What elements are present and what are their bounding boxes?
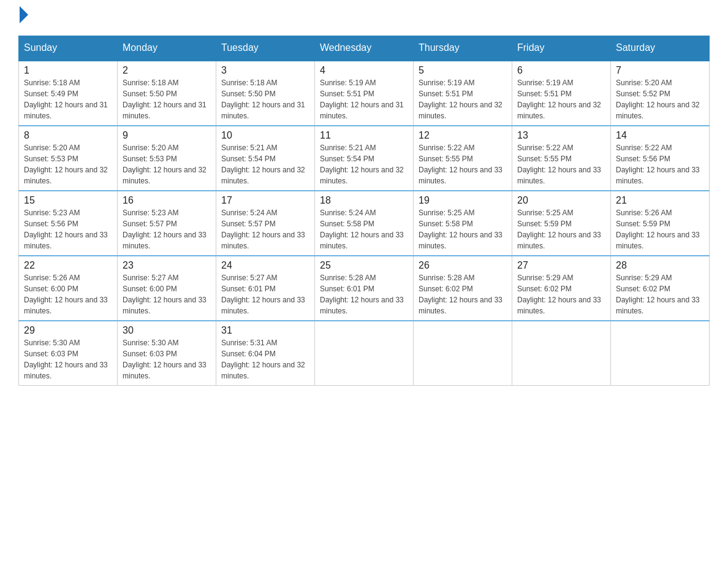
calendar-week-row: 22 Sunrise: 5:26 AMSunset: 6:00 PMDaylig… <box>19 256 710 321</box>
calendar-cell: 29 Sunrise: 5:30 AMSunset: 6:03 PMDaylig… <box>19 321 118 386</box>
day-info: Sunrise: 5:30 AMSunset: 6:03 PMDaylight:… <box>123 339 207 380</box>
weekday-header-sunday: Sunday <box>19 36 118 61</box>
calendar-cell: 3 Sunrise: 5:18 AMSunset: 5:50 PMDayligh… <box>216 61 315 126</box>
weekday-header-row: SundayMondayTuesdayWednesdayThursdayFrid… <box>19 36 710 61</box>
day-number: 25 <box>320 260 408 271</box>
day-info: Sunrise: 5:31 AMSunset: 6:04 PMDaylight:… <box>221 339 305 380</box>
calendar-cell: 13 Sunrise: 5:22 AMSunset: 5:55 PMDaylig… <box>512 126 611 191</box>
calendar-week-row: 8 Sunrise: 5:20 AMSunset: 5:53 PMDayligh… <box>19 126 710 191</box>
day-number: 3 <box>221 65 309 76</box>
weekday-header-tuesday: Tuesday <box>216 36 315 61</box>
day-number: 22 <box>24 260 112 271</box>
logo <box>18 12 28 23</box>
calendar-cell <box>315 321 414 386</box>
calendar-cell <box>611 321 710 386</box>
calendar-week-row: 1 Sunrise: 5:18 AMSunset: 5:49 PMDayligh… <box>19 61 710 126</box>
calendar-table: SundayMondayTuesdayWednesdayThursdayFrid… <box>18 36 710 386</box>
calendar-cell: 19 Sunrise: 5:25 AMSunset: 5:58 PMDaylig… <box>414 191 512 256</box>
day-info: Sunrise: 5:27 AMSunset: 6:00 PMDaylight:… <box>123 274 207 315</box>
day-info: Sunrise: 5:20 AMSunset: 5:52 PMDaylight:… <box>616 79 700 120</box>
calendar-cell: 11 Sunrise: 5:21 AMSunset: 5:54 PMDaylig… <box>315 126 414 191</box>
day-number: 10 <box>221 130 309 141</box>
calendar-cell: 18 Sunrise: 5:24 AMSunset: 5:58 PMDaylig… <box>315 191 414 256</box>
day-info: Sunrise: 5:19 AMSunset: 5:51 PMDaylight:… <box>320 79 404 120</box>
day-number: 28 <box>616 260 704 271</box>
day-info: Sunrise: 5:19 AMSunset: 5:51 PMDaylight:… <box>517 79 601 120</box>
day-info: Sunrise: 5:24 AMSunset: 5:58 PMDaylight:… <box>320 209 404 250</box>
day-number: 11 <box>320 130 408 141</box>
calendar-cell: 1 Sunrise: 5:18 AMSunset: 5:49 PMDayligh… <box>19 61 118 126</box>
calendar-cell: 20 Sunrise: 5:25 AMSunset: 5:59 PMDaylig… <box>512 191 611 256</box>
weekday-header-thursday: Thursday <box>414 36 512 61</box>
day-info: Sunrise: 5:18 AMSunset: 5:49 PMDaylight:… <box>24 79 108 120</box>
day-number: 29 <box>24 325 112 336</box>
day-number: 12 <box>419 130 507 141</box>
calendar-cell: 25 Sunrise: 5:28 AMSunset: 6:01 PMDaylig… <box>315 256 414 321</box>
calendar-cell: 16 Sunrise: 5:23 AMSunset: 5:57 PMDaylig… <box>118 191 216 256</box>
day-number: 7 <box>616 65 704 76</box>
page-header <box>18 12 710 23</box>
day-number: 6 <box>517 65 605 76</box>
calendar-cell: 15 Sunrise: 5:23 AMSunset: 5:56 PMDaylig… <box>19 191 118 256</box>
calendar-cell: 26 Sunrise: 5:28 AMSunset: 6:02 PMDaylig… <box>414 256 512 321</box>
day-info: Sunrise: 5:25 AMSunset: 5:58 PMDaylight:… <box>419 209 502 250</box>
day-number: 19 <box>419 195 507 206</box>
day-number: 16 <box>123 195 211 206</box>
day-info: Sunrise: 5:26 AMSunset: 6:00 PMDaylight:… <box>24 274 108 315</box>
day-number: 4 <box>320 65 408 76</box>
calendar-cell: 7 Sunrise: 5:20 AMSunset: 5:52 PMDayligh… <box>611 61 710 126</box>
day-number: 17 <box>221 195 309 206</box>
day-number: 30 <box>123 325 211 336</box>
day-info: Sunrise: 5:29 AMSunset: 6:02 PMDaylight:… <box>517 274 601 315</box>
calendar-cell: 12 Sunrise: 5:22 AMSunset: 5:55 PMDaylig… <box>414 126 512 191</box>
day-info: Sunrise: 5:27 AMSunset: 6:01 PMDaylight:… <box>221 274 305 315</box>
calendar-cell: 21 Sunrise: 5:26 AMSunset: 5:59 PMDaylig… <box>611 191 710 256</box>
logo-triangle-icon <box>20 6 28 23</box>
day-info: Sunrise: 5:22 AMSunset: 5:56 PMDaylight:… <box>616 144 700 185</box>
day-info: Sunrise: 5:28 AMSunset: 6:02 PMDaylight:… <box>419 274 502 315</box>
calendar-cell: 4 Sunrise: 5:19 AMSunset: 5:51 PMDayligh… <box>315 61 414 126</box>
day-info: Sunrise: 5:25 AMSunset: 5:59 PMDaylight:… <box>517 209 601 250</box>
day-info: Sunrise: 5:20 AMSunset: 5:53 PMDaylight:… <box>24 144 108 185</box>
day-info: Sunrise: 5:26 AMSunset: 5:59 PMDaylight:… <box>616 209 700 250</box>
day-number: 14 <box>616 130 704 141</box>
day-info: Sunrise: 5:18 AMSunset: 5:50 PMDaylight:… <box>123 79 207 120</box>
calendar-cell: 23 Sunrise: 5:27 AMSunset: 6:00 PMDaylig… <box>118 256 216 321</box>
weekday-header-monday: Monday <box>118 36 216 61</box>
calendar-week-row: 29 Sunrise: 5:30 AMSunset: 6:03 PMDaylig… <box>19 321 710 386</box>
day-number: 31 <box>221 325 309 336</box>
day-number: 27 <box>517 260 605 271</box>
day-number: 8 <box>24 130 112 141</box>
day-number: 13 <box>517 130 605 141</box>
calendar-cell: 17 Sunrise: 5:24 AMSunset: 5:57 PMDaylig… <box>216 191 315 256</box>
day-info: Sunrise: 5:30 AMSunset: 6:03 PMDaylight:… <box>24 339 108 380</box>
calendar-cell: 31 Sunrise: 5:31 AMSunset: 6:04 PMDaylig… <box>216 321 315 386</box>
calendar-cell: 28 Sunrise: 5:29 AMSunset: 6:02 PMDaylig… <box>611 256 710 321</box>
weekday-header-saturday: Saturday <box>611 36 710 61</box>
calendar-cell: 8 Sunrise: 5:20 AMSunset: 5:53 PMDayligh… <box>19 126 118 191</box>
day-info: Sunrise: 5:23 AMSunset: 5:56 PMDaylight:… <box>24 209 108 250</box>
day-number: 18 <box>320 195 408 206</box>
day-number: 24 <box>221 260 309 271</box>
calendar-cell: 9 Sunrise: 5:20 AMSunset: 5:53 PMDayligh… <box>118 126 216 191</box>
weekday-header-friday: Friday <box>512 36 611 61</box>
day-info: Sunrise: 5:22 AMSunset: 5:55 PMDaylight:… <box>419 144 502 185</box>
day-number: 23 <box>123 260 211 271</box>
day-number: 1 <box>24 65 112 76</box>
day-number: 5 <box>419 65 507 76</box>
day-number: 2 <box>123 65 211 76</box>
calendar-cell: 22 Sunrise: 5:26 AMSunset: 6:00 PMDaylig… <box>19 256 118 321</box>
day-info: Sunrise: 5:23 AMSunset: 5:57 PMDaylight:… <box>123 209 207 250</box>
day-number: 15 <box>24 195 112 206</box>
calendar-cell: 5 Sunrise: 5:19 AMSunset: 5:51 PMDayligh… <box>414 61 512 126</box>
day-number: 21 <box>616 195 704 206</box>
calendar-cell <box>512 321 611 386</box>
day-info: Sunrise: 5:21 AMSunset: 5:54 PMDaylight:… <box>221 144 305 185</box>
day-info: Sunrise: 5:18 AMSunset: 5:50 PMDaylight:… <box>221 79 305 120</box>
day-info: Sunrise: 5:20 AMSunset: 5:53 PMDaylight:… <box>123 144 207 185</box>
calendar-cell: 24 Sunrise: 5:27 AMSunset: 6:01 PMDaylig… <box>216 256 315 321</box>
calendar-cell: 6 Sunrise: 5:19 AMSunset: 5:51 PMDayligh… <box>512 61 611 126</box>
day-number: 20 <box>517 195 605 206</box>
calendar-cell: 2 Sunrise: 5:18 AMSunset: 5:50 PMDayligh… <box>118 61 216 126</box>
calendar-cell: 14 Sunrise: 5:22 AMSunset: 5:56 PMDaylig… <box>611 126 710 191</box>
